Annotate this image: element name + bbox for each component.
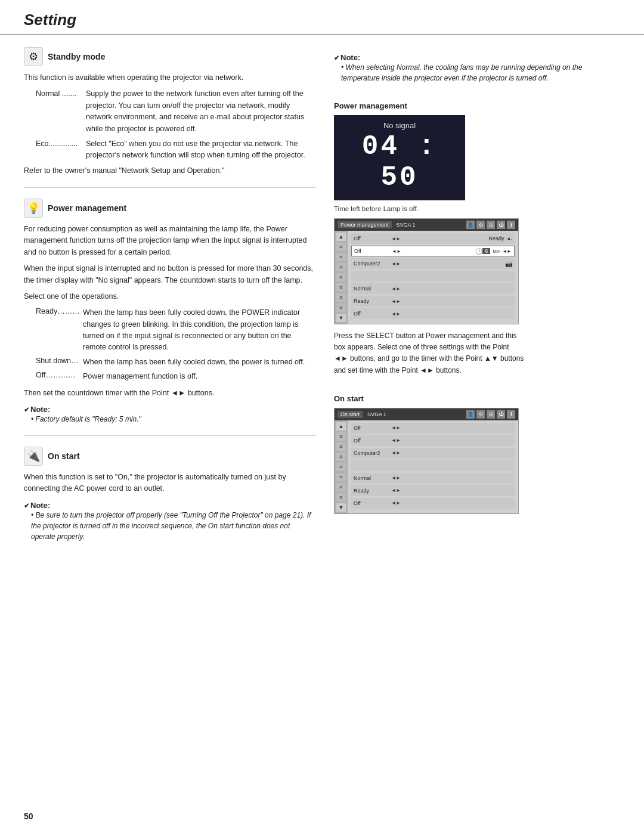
- on-start-screen-icons: 👤 ⚙ ⊞ ⏻ ℹ: [466, 410, 515, 419]
- standby-eco-block: Eco.............. Select "Eco" when you …: [36, 138, 316, 162]
- os-icon-settings: ⚙: [476, 410, 485, 419]
- on-start-header: 🔌 On start: [24, 447, 316, 466]
- on-start-title: On start: [48, 451, 80, 461]
- ready-block: Ready……… When the lamp has been fully co…: [36, 307, 316, 382]
- os-nav-4[interactable]: ≡: [336, 463, 346, 471]
- pm-display-caption: Time left before Lamp is off.: [334, 205, 620, 212]
- power-mgmt-note-item: Factory default is "Ready: 5 min.": [31, 414, 316, 425]
- os-nav-5[interactable]: ≡: [336, 473, 346, 481]
- power-mgmt-header-left: 💡 Power management: [24, 199, 316, 218]
- os-nav-7[interactable]: ≡: [336, 493, 346, 501]
- os-row-4: Normal ◄►: [351, 473, 515, 484]
- nav-item2[interactable]: ≡: [336, 253, 346, 261]
- icon-info: ℹ: [507, 221, 515, 229]
- pm-screen-icons: 👤 ⚙ ⊞ ⏻ ℹ: [466, 221, 515, 229]
- nav-item1[interactable]: ≡: [336, 243, 346, 251]
- power-mgmt-right: Power management No signal 04 : 50 Time …: [334, 101, 620, 376]
- os-row-1: Off ◄►: [351, 423, 515, 433]
- pm-row3-arrow: ◄►: [391, 261, 401, 267]
- pm-row6-arrow: ◄►: [391, 311, 401, 317]
- os-nav-down[interactable]: ▼: [336, 503, 346, 512]
- pm-row4-label: Normal: [354, 286, 389, 292]
- power-mgmt-note: Note: Factory default is "Ready: 5 min.": [24, 405, 316, 425]
- pm-row2-label: Off: [354, 248, 390, 254]
- main-content: ⚙ Standby mode This function is availabl…: [0, 35, 644, 566]
- on-start-icon: 🔌: [24, 447, 43, 466]
- os-row2-label: Off: [354, 438, 389, 444]
- nav-item6[interactable]: ≡: [336, 293, 346, 302]
- pm-screen-mockup: Power management SVGA 1 👤 ⚙ ⊞ ⏻ ℹ ▲ ≡ ≡: [334, 218, 519, 324]
- pm-row-1: Off ◄► Ready ◄-: [351, 233, 515, 244]
- page-footer: 50: [24, 812, 33, 821]
- os-row6-label: Off: [354, 500, 389, 506]
- os-row5-arrow: ◄►: [391, 488, 401, 493]
- pm-row5-arrow: ◄►: [391, 299, 401, 304]
- os-row-3: Computer2 ◄►: [351, 448, 515, 459]
- pm-row1-right-arrow: ◄-: [506, 236, 512, 241]
- os-row1-arrow: ◄►: [391, 425, 401, 431]
- nav-up[interactable]: ▲: [336, 233, 346, 241]
- page-number: 50: [24, 812, 33, 821]
- page-title: Setting: [24, 11, 620, 29]
- on-start-left: 🔌 On start When this function is set to …: [24, 447, 316, 542]
- nav-item5[interactable]: ≡: [336, 283, 346, 292]
- power-mgmt-icon: 💡: [24, 199, 43, 218]
- os-icon-info: ℹ: [507, 410, 515, 419]
- pm-right-desc: Press the SELECT button at Power managem…: [334, 330, 525, 376]
- normal-label: Normal .......: [36, 88, 83, 135]
- pm-row-6: Off ◄►: [351, 308, 515, 319]
- off-label: Off…………: [36, 371, 80, 382]
- power-mgmt-title-right: Power management: [334, 101, 620, 110]
- standby-mode-title: Standby mode: [48, 52, 105, 61]
- pm-screen-main: Off ◄► Ready ◄- Off ◄► 🕐 6 Min ◄►: [348, 231, 518, 324]
- os-row4-label: Normal: [354, 475, 389, 481]
- on-start-note-title: Note:: [24, 501, 50, 510]
- pm-row6-label: Off: [354, 311, 389, 317]
- os-icon-power: ⏻: [497, 410, 505, 419]
- on-start-title-right: On start: [334, 394, 620, 403]
- nav-down[interactable]: ▼: [336, 314, 346, 322]
- on-start-body: When this function is set to "On," the p…: [24, 472, 316, 495]
- os-nav-3[interactable]: ≡: [336, 453, 346, 461]
- nav-item7[interactable]: ≡: [336, 304, 346, 312]
- pm-row-spacer: [351, 271, 515, 281]
- on-start-screen-main: Off ◄► Off ◄► Computer2 ◄►: [348, 420, 518, 513]
- os-row6-arrow: ◄►: [391, 500, 401, 506]
- off-desc: Power management function is off.: [83, 371, 197, 382]
- os-row-spacer: [351, 460, 515, 471]
- standby-note-right: Note: When selecting Normal, the cooling…: [334, 53, 620, 83]
- standby-note-block: Note: When selecting Normal, the cooling…: [334, 53, 620, 83]
- icon-power: ⏻: [497, 221, 505, 229]
- pm-row1-arrow: ◄►: [391, 236, 401, 241]
- standby-note-item: When selecting Normal, the cooling fans …: [341, 62, 620, 83]
- countdown-text: Then set the countdown timer with the Po…: [24, 388, 316, 399]
- pm-row5-label: Ready: [354, 298, 389, 304]
- os-row3-label: Computer2: [354, 450, 389, 456]
- standby-intro: This function is available when operatin…: [24, 72, 316, 83]
- os-nav-2[interactable]: ≡: [336, 442, 346, 451]
- pm-display-box: No signal 04 : 50: [334, 115, 465, 200]
- nav-item4[interactable]: ≡: [336, 273, 346, 281]
- pm-row2-arrow: ◄►: [392, 249, 401, 254]
- power-mgmt-body2: When the input signal is interrupted and…: [24, 263, 316, 286]
- normal-desc: Supply the power to the network function…: [86, 88, 316, 135]
- pm-screen-body: ▲ ≡ ≡ ≡ ≡ ≡ ≡ ≡ ▼ Off ◄► Re: [335, 231, 518, 324]
- on-start-right: On start On start SVGA 1 👤 ⚙ ⊞ ⏻ ℹ: [334, 394, 620, 514]
- on-start-note-list: Be sure to turn the projector off proper…: [31, 510, 316, 542]
- power-mgmt-body1: For reducing power consumption as well a…: [24, 224, 316, 258]
- on-start-screen-body: ▲ ≡ ≡ ≡ ≡ ≡ ≡ ≡ ▼ Off ◄►: [335, 420, 518, 513]
- pm-screen-nav: ▲ ≡ ≡ ≡ ≡ ≡ ≡ ≡ ▼: [335, 231, 348, 324]
- shutdown-label: Shut down…: [36, 357, 80, 368]
- power-mgmt-note-list: Factory default is "Ready: 5 min.": [31, 414, 316, 425]
- on-start-screen-input: SVGA 1: [367, 411, 386, 417]
- on-start-note: Note: Be sure to turn the projector off …: [24, 501, 316, 542]
- os-nav-up[interactable]: ▲: [336, 422, 346, 431]
- os-nav-6[interactable]: ≡: [336, 483, 346, 491]
- pm-row3-icon: 📷: [505, 261, 512, 267]
- standby-refer: Refer to the owner's manual "Network Set…: [24, 165, 316, 176]
- os-nav-1[interactable]: ≡: [336, 432, 346, 441]
- pm-row-2: Off ◄► 🕐 6 Min ◄►: [351, 246, 515, 256]
- pm-screen-topbar: Power management SVGA 1 👤 ⚙ ⊞ ⏻ ℹ: [335, 219, 518, 231]
- os-row-2: Off ◄►: [351, 435, 515, 446]
- nav-item3[interactable]: ≡: [336, 263, 346, 271]
